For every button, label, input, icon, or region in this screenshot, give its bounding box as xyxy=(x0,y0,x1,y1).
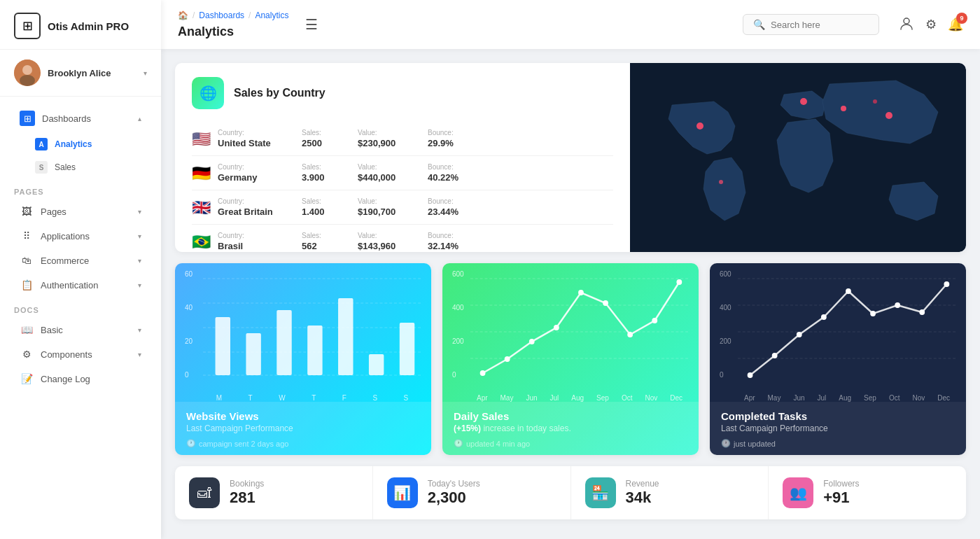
search-input[interactable] xyxy=(771,20,869,30)
svg-point-28 xyxy=(505,356,510,362)
sales-table: 🇺🇸 Country: United State Sales: 2500 Val… xyxy=(192,122,613,252)
svg-rect-16 xyxy=(216,317,230,375)
table-row: 🇧🇷 Country: Brasil Sales: 562 Value: $14… xyxy=(192,225,613,252)
sidebar-item-basic[interactable]: 📖 Basic ▾ xyxy=(6,318,155,342)
website-views-info: Website Views Last Campaign Performance … xyxy=(175,402,431,455)
basic-icon: 📖 xyxy=(20,324,34,335)
sidebar-item-analytics[interactable]: A Analytics xyxy=(6,133,155,155)
sidebar-auth-label: Authentication xyxy=(41,280,131,290)
svg-point-2 xyxy=(20,75,35,86)
svg-point-31 xyxy=(578,290,584,295)
main-content: 🏠 / Dashboards / Analytics Analytics ☰ 🔍… xyxy=(161,0,980,539)
svg-point-43 xyxy=(821,314,827,320)
x-label-s1: S xyxy=(372,394,377,402)
search-icon: 🔍 xyxy=(753,19,765,30)
stat-label: Revenue xyxy=(626,479,659,489)
website-views-subtitle: Last Campaign Performance xyxy=(186,424,420,433)
svg-point-9 xyxy=(719,180,723,184)
website-views-card: 60 40 20 0 xyxy=(175,263,431,455)
chevron-down-pages-icon: ▾ xyxy=(138,208,141,216)
country-flag: 🇬🇧 xyxy=(192,199,211,217)
sidebar-item-components[interactable]: ⚙ Components ▾ xyxy=(6,342,155,366)
daily-sales-subtitle: (+15%) increase in today sales. xyxy=(454,424,687,433)
y-label-0: 0 xyxy=(185,371,192,379)
home-icon: 🏠 xyxy=(178,10,188,20)
completed-tasks-info: Completed Tasks Last Campaign Performanc… xyxy=(710,402,966,455)
stat-item: 👥 Followers +91 xyxy=(769,466,966,519)
stat-label: Bookings xyxy=(230,479,264,489)
sidebar-applications-label: Applications xyxy=(41,231,131,241)
website-views-time: 🕐 campaign sent 2 days ago xyxy=(186,439,420,448)
x-label-m: M xyxy=(216,394,222,402)
stat-label: Today's Users xyxy=(428,479,480,489)
chevron-up-icon: ▴ xyxy=(138,115,141,122)
stat-item: 🛋 Bookings 281 xyxy=(175,466,373,519)
menu-toggle-icon[interactable]: ☰ xyxy=(305,16,318,33)
breadcrumb: 🏠 / Dashboards / Analytics Analytics xyxy=(178,10,288,39)
completed-tasks-time: 🕐 just updated xyxy=(721,439,955,448)
svg-point-33 xyxy=(627,332,633,337)
chevron-down-basic-icon: ▾ xyxy=(138,326,141,334)
svg-point-46 xyxy=(895,302,900,308)
svg-point-3 xyxy=(904,18,909,24)
user-profile[interactable]: Brooklyn Alice ▾ xyxy=(0,50,161,97)
sidebar-item-sales[interactable]: S Sales xyxy=(6,156,155,178)
avatar xyxy=(14,59,41,86)
analytics-dot: A xyxy=(35,138,48,150)
page-title: Analytics xyxy=(178,24,234,39)
stat-icon: 🏪 xyxy=(585,477,616,508)
sidebar-item-authentication[interactable]: 📋 Authentication ▾ xyxy=(6,273,155,297)
settings-icon[interactable]: ⚙ xyxy=(925,17,937,32)
svg-point-40 xyxy=(748,372,753,378)
breadcrumb-dashboards[interactable]: Dashboards xyxy=(199,10,244,20)
topbar-icons: ⚙ 🔔 9 xyxy=(899,15,963,34)
country-flag: 🇺🇸 xyxy=(192,130,211,148)
logo-icon: ⊞ xyxy=(14,13,41,39)
y-label-20: 20 xyxy=(185,337,192,345)
user-name: Brooklyn Alice xyxy=(48,68,136,78)
breadcrumb-analytics[interactable]: Analytics xyxy=(255,10,288,20)
svg-point-29 xyxy=(529,339,535,344)
map-section xyxy=(630,63,966,252)
sidebar-item-dashboards[interactable]: ⊞ Dashboards ▴ xyxy=(6,104,155,132)
notifications-icon[interactable]: 🔔 9 xyxy=(948,17,963,32)
chevron-down-auth-icon: ▾ xyxy=(138,281,141,289)
clock-icon-1: 🕐 xyxy=(186,439,196,448)
svg-point-34 xyxy=(652,318,657,323)
svg-rect-20 xyxy=(338,298,353,375)
sales-country-card: 🌐 Sales by Country 🇺🇸 Country: United St… xyxy=(175,63,966,252)
changelog-icon: 📝 xyxy=(20,373,34,384)
website-views-title: Website Views xyxy=(186,410,420,422)
user-icon[interactable] xyxy=(899,15,914,34)
sidebar-item-changelog[interactable]: 📝 Change Log xyxy=(6,367,155,391)
sidebar-pages-label: Pages xyxy=(41,206,131,217)
country-flag: 🇧🇷 xyxy=(192,233,211,251)
svg-point-30 xyxy=(554,325,559,330)
x-label-t2: T xyxy=(312,394,316,402)
search-box[interactable]: 🔍 xyxy=(743,14,879,35)
pages-icon: 🖼 xyxy=(20,206,34,217)
stat-value: 34k xyxy=(626,489,659,507)
x-label-f: F xyxy=(342,394,346,402)
chevron-down-apps-icon: ▾ xyxy=(138,232,141,240)
svg-point-7 xyxy=(841,106,846,111)
sidebar: ⊞ Otis Admin PRO Brooklyn Alice ▾ ⊞ Dash… xyxy=(0,0,161,539)
sidebar-item-applications[interactable]: ⠿ Applications ▾ xyxy=(6,224,155,248)
svg-point-44 xyxy=(846,288,851,294)
sales-table-section: 🌐 Sales by Country 🇺🇸 Country: United St… xyxy=(175,63,630,252)
table-row: 🇩🇪 Country: Germany Sales: 3.900 Value: … xyxy=(192,156,613,190)
clock-icon-2: 🕐 xyxy=(454,439,463,448)
svg-point-47 xyxy=(919,309,925,315)
applications-icon: ⠿ xyxy=(20,230,34,241)
sidebar-item-pages[interactable]: 🖼 Pages ▾ xyxy=(6,200,155,223)
notification-badge: 9 xyxy=(956,13,967,24)
ecommerce-icon: 🛍 xyxy=(20,255,34,266)
svg-point-8 xyxy=(886,112,892,119)
clock-icon-3: 🕐 xyxy=(721,439,731,448)
y-label-40: 40 xyxy=(185,304,192,312)
sidebar-item-ecommerce[interactable]: 🛍 Ecommerce ▾ xyxy=(6,248,155,272)
daily-sales-info: Daily Sales (+15%) increase in today sal… xyxy=(442,402,699,455)
sidebar-components-label: Components xyxy=(41,349,131,360)
chevron-down-icon: ▾ xyxy=(144,69,147,77)
pages-section-label: PAGES xyxy=(0,179,161,199)
